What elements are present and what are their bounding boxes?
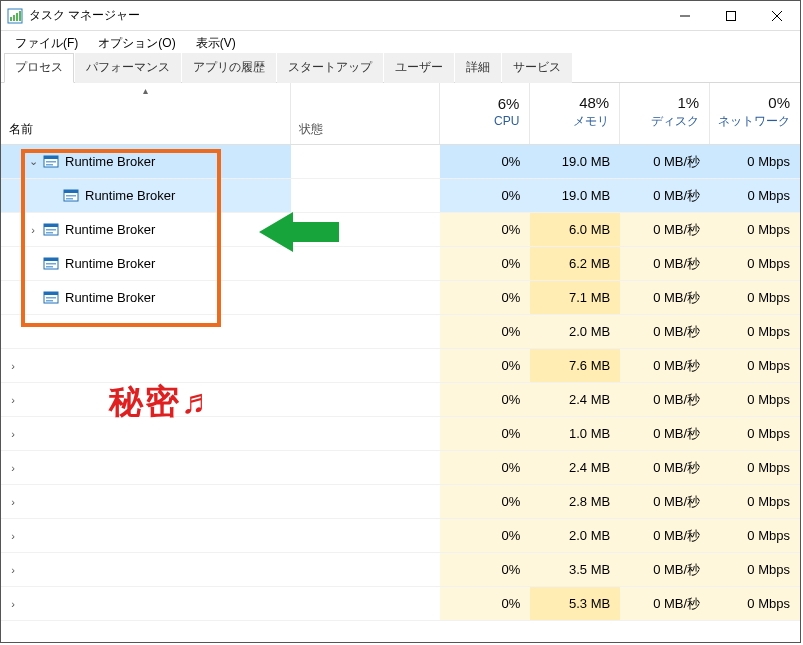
tab-processes[interactable]: プロセス — [4, 53, 74, 83]
cell-network: 0 Mbps — [710, 451, 800, 484]
svg-rect-3 — [16, 13, 18, 21]
table-row[interactable]: ›0%3.5 MB0 MB/秒0 Mbps — [1, 553, 800, 587]
cell-cpu: 0% — [440, 179, 530, 212]
cell-memory: 6.0 MB — [530, 213, 620, 246]
cell-cpu: 0% — [440, 349, 530, 382]
table-row[interactable]: ⌄Runtime Broker0%19.0 MB0 MB/秒0 Mbps — [1, 145, 800, 179]
cell-memory: 2.0 MB — [530, 315, 620, 348]
table-row[interactable]: Runtime Broker0%6.2 MB0 MB/秒0 Mbps — [1, 247, 800, 281]
cell-name: ›Runtime Broker — [1, 213, 291, 246]
col-cpu[interactable]: 6% CPU — [440, 83, 530, 144]
table-row[interactable]: Runtime Broker0%7.1 MB0 MB/秒0 Mbps — [1, 281, 800, 315]
cell-disk: 0 MB/秒 — [620, 451, 710, 484]
expand-chevron-icon[interactable]: › — [5, 496, 21, 508]
cell-network: 0 Mbps — [710, 281, 800, 314]
process-name: Runtime Broker — [65, 154, 155, 169]
tab-details[interactable]: 詳細 — [455, 53, 501, 83]
mem-usage-pct: 48% — [579, 94, 609, 111]
table-row[interactable]: ›0%5.3 MB0 MB/秒0 Mbps — [1, 587, 800, 621]
minimize-button[interactable] — [662, 1, 708, 31]
svg-rect-15 — [66, 195, 76, 197]
cell-cpu: 0% — [440, 417, 530, 450]
cell-memory: 5.3 MB — [530, 587, 620, 620]
cell-disk: 0 MB/秒 — [620, 315, 710, 348]
maximize-button[interactable] — [708, 1, 754, 31]
table-row[interactable]: ›0%1.0 MB0 MB/秒0 Mbps — [1, 417, 800, 451]
menu-file[interactable]: ファイル(F) — [5, 33, 88, 54]
cell-memory: 1.0 MB — [530, 417, 620, 450]
col-status[interactable]: 状態 — [291, 83, 441, 144]
cell-memory: 19.0 MB — [530, 145, 620, 178]
svg-rect-19 — [46, 229, 56, 231]
cell-network: 0 Mbps — [710, 417, 800, 450]
col-memory[interactable]: 48% メモリ — [530, 83, 620, 144]
table-row[interactable]: 0%2.0 MB0 MB/秒0 Mbps — [1, 315, 800, 349]
table-row[interactable]: Runtime Broker0%19.0 MB0 MB/秒0 Mbps — [1, 179, 800, 213]
cell-memory: 2.0 MB — [530, 519, 620, 552]
svg-rect-28 — [46, 300, 53, 302]
cell-memory: 2.4 MB — [530, 383, 620, 416]
cell-memory: 7.1 MB — [530, 281, 620, 314]
net-label: ネットワーク — [718, 113, 790, 130]
expand-chevron-icon[interactable]: › — [5, 394, 21, 406]
svg-rect-27 — [46, 297, 56, 299]
disk-usage-pct: 1% — [677, 94, 699, 111]
cell-network: 0 Mbps — [710, 213, 800, 246]
expand-chevron-icon[interactable]: ⌄ — [25, 155, 41, 168]
col-name-label: 名前 — [9, 121, 290, 138]
app-icon — [7, 8, 23, 24]
table-row[interactable]: ›0%2.4 MB0 MB/秒0 Mbps — [1, 451, 800, 485]
table-row[interactable]: ›Runtime Broker0%6.0 MB0 MB/秒0 Mbps — [1, 213, 800, 247]
tab-app-history[interactable]: アプリの履歴 — [182, 53, 276, 83]
close-button[interactable] — [754, 1, 800, 31]
table-row[interactable]: ›0%7.6 MB0 MB/秒0 Mbps — [1, 349, 800, 383]
tab-users[interactable]: ユーザー — [384, 53, 454, 83]
col-name[interactable]: ▴ 名前 — [1, 83, 291, 144]
col-network[interactable]: 0% ネットワーク — [710, 83, 800, 144]
cell-cpu: 0% — [440, 315, 530, 348]
process-name: Runtime Broker — [65, 256, 155, 271]
tab-performance[interactable]: パフォーマンス — [75, 53, 181, 83]
tab-services[interactable]: サービス — [502, 53, 572, 83]
table-row[interactable]: ›0%2.8 MB0 MB/秒0 Mbps — [1, 485, 800, 519]
cell-cpu: 0% — [440, 587, 530, 620]
cell-name: › — [1, 383, 291, 416]
table-row[interactable]: ›0%2.4 MB0 MB/秒0 Mbps — [1, 383, 800, 417]
cell-network: 0 Mbps — [710, 519, 800, 552]
svg-rect-1 — [10, 17, 12, 21]
menubar: ファイル(F) オプション(O) 表示(V) — [1, 31, 800, 55]
sort-arrow-icon: ▴ — [143, 85, 148, 96]
col-status-label: 状態 — [299, 121, 323, 138]
expand-chevron-icon[interactable]: › — [25, 224, 41, 236]
cell-disk: 0 MB/秒 — [620, 145, 710, 178]
cell-disk: 0 MB/秒 — [620, 281, 710, 314]
svg-rect-2 — [13, 15, 15, 21]
expand-chevron-icon[interactable]: › — [5, 530, 21, 542]
cell-disk: 0 MB/秒 — [620, 553, 710, 586]
cell-cpu: 0% — [440, 213, 530, 246]
expand-chevron-icon[interactable]: › — [5, 598, 21, 610]
mem-label: メモリ — [573, 113, 609, 130]
cell-disk: 0 MB/秒 — [620, 519, 710, 552]
cell-cpu: 0% — [440, 145, 530, 178]
cell-disk: 0 MB/秒 — [620, 247, 710, 280]
menu-options[interactable]: オプション(O) — [88, 33, 185, 54]
table-row[interactable]: ›0%2.0 MB0 MB/秒0 Mbps — [1, 519, 800, 553]
cell-name: › — [1, 451, 291, 484]
expand-chevron-icon[interactable]: › — [5, 428, 21, 440]
col-disk[interactable]: 1% ディスク — [620, 83, 710, 144]
expand-chevron-icon[interactable]: › — [5, 462, 21, 474]
cell-network: 0 Mbps — [710, 383, 800, 416]
cell-network: 0 Mbps — [710, 349, 800, 382]
expand-chevron-icon[interactable]: › — [5, 564, 21, 576]
cell-disk: 0 MB/秒 — [620, 179, 710, 212]
cell-name: ⌄Runtime Broker — [1, 145, 291, 178]
cell-name: › — [1, 519, 291, 552]
cell-network: 0 Mbps — [710, 553, 800, 586]
disk-label: ディスク — [651, 113, 699, 130]
cell-name: › — [1, 417, 291, 450]
svg-rect-11 — [46, 161, 56, 163]
tab-startup[interactable]: スタートアップ — [277, 53, 383, 83]
menu-view[interactable]: 表示(V) — [186, 33, 246, 54]
expand-chevron-icon[interactable]: › — [5, 360, 21, 372]
